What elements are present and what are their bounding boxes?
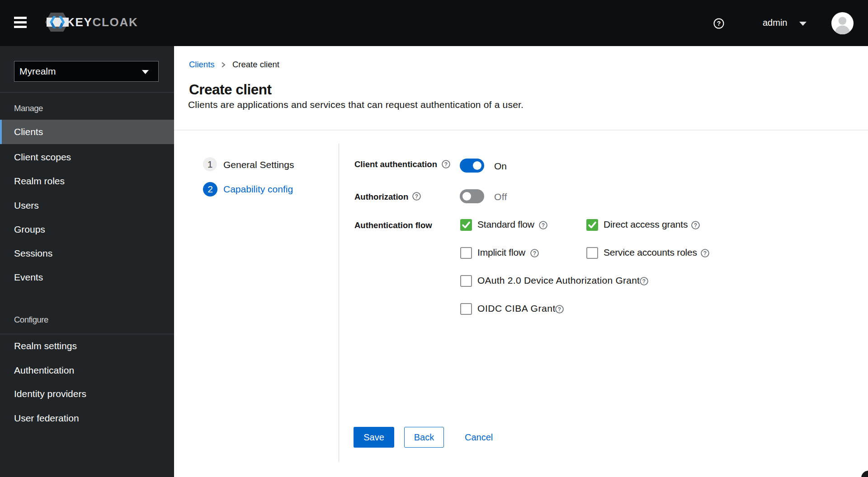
svg-text:?: ?	[542, 222, 545, 229]
svg-text:?: ?	[558, 306, 561, 313]
svg-text:?: ?	[533, 250, 536, 257]
svg-text:?: ?	[642, 278, 646, 285]
svg-text:?: ?	[717, 20, 721, 27]
svg-text:?: ?	[694, 222, 697, 229]
svg-text:?: ?	[703, 250, 707, 257]
svg-text:?: ?	[415, 193, 418, 200]
svg-text:?: ?	[444, 161, 448, 168]
